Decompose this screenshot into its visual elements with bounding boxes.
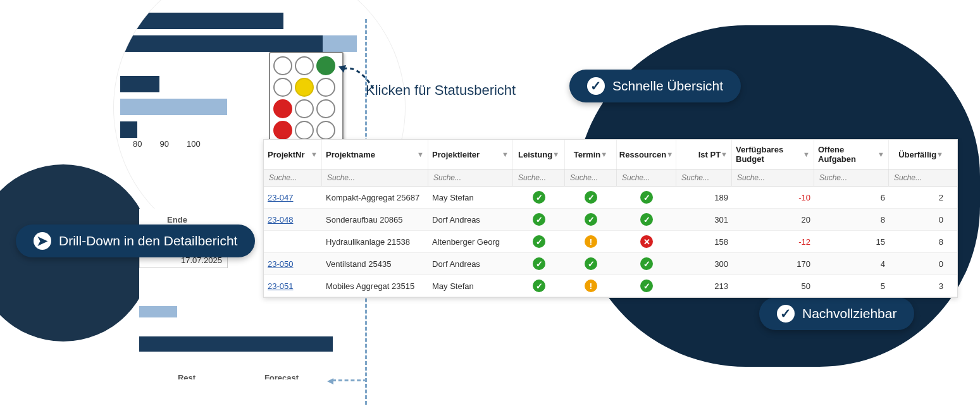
column-header[interactable]: Verfügbares Budget▼: [732, 140, 814, 169]
status-badge: ✓: [533, 235, 545, 248]
search-input[interactable]: [680, 173, 728, 183]
status-badge: ✓: [585, 257, 597, 270]
column-header[interactable]: Überfällig▼: [889, 140, 952, 169]
column-header[interactable]: Projektname▼: [322, 140, 428, 169]
table-row: 23-047Kompakt-Aggregat 25687May Stefan✓✓…: [264, 187, 957, 209]
table-search-row: [264, 169, 957, 187]
table-row: Hydraulikanlage 21538Altenberger Georg✓!…: [264, 231, 957, 253]
column-header[interactable]: Offene Aufgaben▼: [814, 140, 889, 169]
status-badge: ✓: [533, 191, 545, 204]
filter-icon[interactable]: ▼: [552, 151, 559, 158]
search-input[interactable]: [517, 173, 561, 183]
filter-icon[interactable]: ▼: [936, 151, 943, 158]
badge-drilldown: ➤ Drill-Down in den Detailbericht: [16, 225, 255, 257]
dashed-arrow: [332, 379, 367, 381]
status-badge: !: [585, 280, 597, 292]
status-badge: ✓: [585, 213, 597, 226]
filter-icon[interactable]: ▼: [311, 151, 318, 158]
column-header[interactable]: Termin▼: [565, 140, 617, 169]
status-badge: ✓: [533, 280, 545, 292]
project-link[interactable]: 23-050: [268, 259, 293, 269]
column-header[interactable]: Ist PT▼: [676, 140, 732, 169]
status-badge: ✓: [640, 280, 653, 292]
filter-icon[interactable]: ▼: [878, 151, 884, 158]
filter-icon[interactable]: ▼: [417, 151, 424, 158]
search-input[interactable]: [736, 173, 810, 183]
check-icon: ✓: [587, 77, 605, 95]
badge-overview: ✓ Schnelle Übersicht: [569, 70, 741, 102]
project-link[interactable]: 23-048: [268, 215, 293, 225]
search-input[interactable]: [432, 173, 509, 183]
table-row: 23-048Sonderaufbau 20865Dorf Andreas✓✓✓3…: [264, 209, 957, 231]
search-input[interactable]: [569, 173, 612, 183]
status-badge: ✓: [640, 257, 653, 270]
traffic-light-panel[interactable]: [269, 52, 344, 144]
search-input[interactable]: [893, 173, 943, 183]
table-row: 23-051Mobiles Aggregat 23515May Stefan✓!…: [264, 275, 957, 297]
cursor-icon: ➤: [34, 232, 51, 250]
status-badge: !: [585, 235, 597, 248]
badge-traceable: ✓ Nachvollziehbar: [759, 297, 914, 330]
search-input[interactable]: [621, 173, 672, 183]
table-row: 23-050Ventilstand 25435Dorf Andreas✓✓✓30…: [264, 253, 957, 275]
axis-ticks: 8090100: [133, 139, 201, 149]
filter-icon[interactable]: ▼: [721, 151, 728, 158]
status-callout-label: Klicken für Statusbericht: [366, 82, 516, 99]
filter-icon[interactable]: ▼: [803, 151, 810, 158]
filter-icon[interactable]: ▼: [600, 151, 607, 158]
column-header[interactable]: Ressourcen▼: [617, 140, 676, 169]
filter-icon[interactable]: ▼: [666, 151, 673, 158]
search-input[interactable]: [268, 173, 318, 183]
search-input[interactable]: [818, 173, 884, 183]
column-header[interactable]: Projektleiter▼: [428, 140, 513, 169]
check-icon: ✓: [777, 305, 795, 323]
table-header-row: ProjektNr▼Projektname▼Projektleiter▼Leis…: [264, 140, 957, 169]
filter-icon[interactable]: ▼: [502, 151, 509, 158]
search-input[interactable]: [326, 173, 424, 183]
project-link[interactable]: 23-051: [268, 281, 293, 291]
column-header[interactable]: Leistung▼: [513, 140, 565, 169]
status-badge: ✓: [585, 191, 597, 204]
project-table: ProjektNr▼Projektname▼Projektleiter▼Leis…: [263, 139, 958, 298]
status-badge: ✓: [640, 191, 653, 204]
project-link[interactable]: 23-047: [268, 193, 293, 202]
status-badge: ✓: [640, 213, 653, 226]
column-header[interactable]: ProjektNr▼: [264, 140, 322, 169]
status-badge: ✕: [640, 235, 653, 248]
status-badge: ✓: [533, 257, 545, 270]
status-badge: ✓: [533, 213, 545, 226]
